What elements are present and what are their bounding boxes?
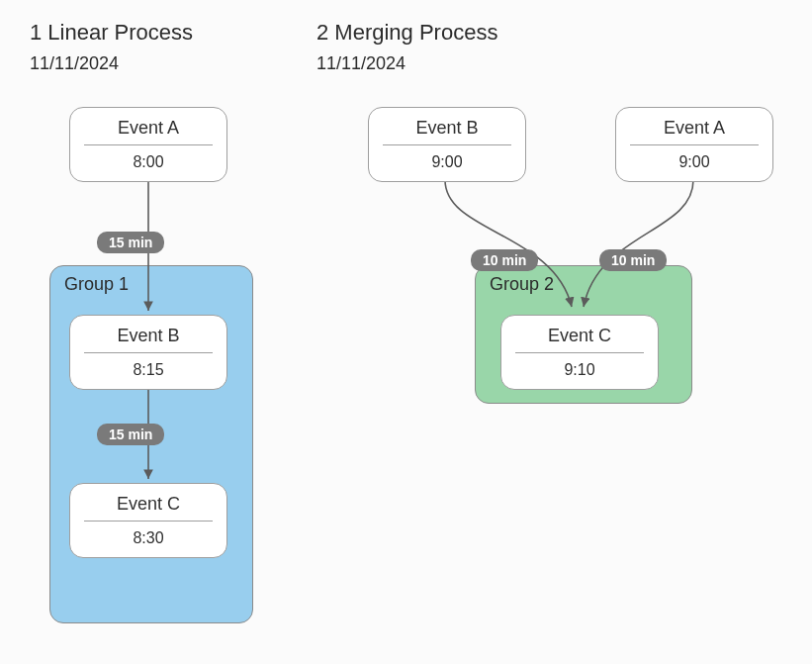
right-node-c: Event C 9:10: [500, 315, 659, 390]
edge-label-left-ab: 15 min: [97, 232, 164, 253]
right-node-c-name: Event C: [511, 322, 648, 352]
right-node-b-time: 9:00: [379, 145, 515, 173]
edge-label-right-ac: 10 min: [599, 249, 667, 271]
right-node-c-time: 9:10: [511, 353, 648, 381]
left-node-c: Event C 8:30: [69, 483, 227, 558]
left-date: 11/11/2024: [30, 53, 119, 74]
right-node-b: Event B 9:00: [368, 107, 526, 182]
left-node-b: Event B 8:15: [69, 315, 227, 390]
right-node-a: Event A 9:00: [615, 107, 773, 182]
left-node-b-time: 8:15: [80, 353, 217, 381]
left-title: 1 Linear Process: [30, 20, 193, 46]
left-node-c-name: Event C: [80, 490, 217, 521]
left-node-c-time: 8:30: [80, 522, 217, 549]
left-node-a-time: 8:00: [80, 145, 217, 173]
edge-label-right-bc: 10 min: [471, 249, 538, 271]
left-node-b-name: Event B: [80, 322, 217, 352]
left-node-a: Event A 8:00: [69, 107, 227, 182]
right-node-a-name: Event A: [626, 114, 763, 144]
right-node-b-name: Event B: [379, 114, 515, 144]
group-2-label: Group 2: [490, 274, 554, 295]
right-date: 11/11/2024: [316, 53, 406, 74]
left-node-a-name: Event A: [80, 114, 217, 144]
group-1-label: Group 1: [64, 274, 129, 295]
right-title: 2 Merging Process: [316, 20, 497, 46]
edge-label-left-bc: 15 min: [97, 424, 164, 445]
right-node-a-time: 9:00: [626, 145, 763, 173]
